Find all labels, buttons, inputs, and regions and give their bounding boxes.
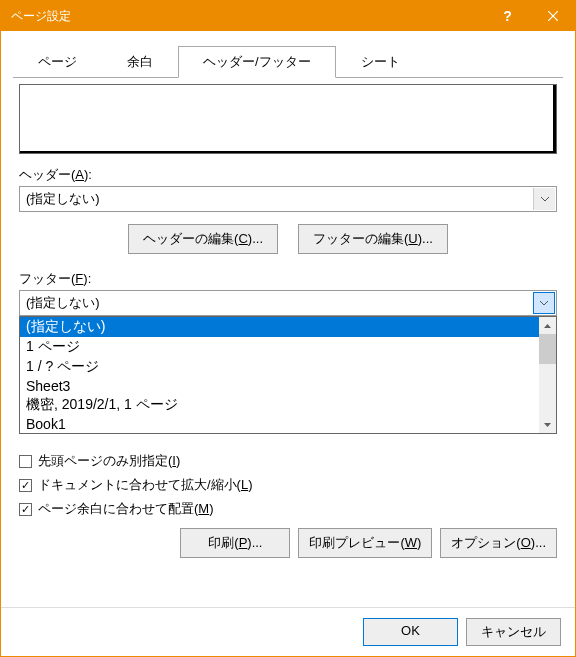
header-select[interactable]: (指定しない) [19, 186, 557, 212]
page-setup-dialog: ページ設定 ? ページ 余白 ヘッダー/フッター シート ヘッダー(A): (指… [0, 0, 576, 657]
close-button[interactable] [530, 1, 575, 31]
check-scale-with-doc[interactable]: ドキュメントに合わせて拡大/縮小(L) [19, 476, 557, 494]
scroll-down-icon[interactable] [539, 416, 556, 433]
tab-margins[interactable]: 余白 [102, 46, 178, 78]
list-item[interactable]: Book1 [20, 415, 556, 433]
list-item[interactable]: (指定しない) [20, 317, 556, 337]
list-item[interactable]: 1 / ? ページ [20, 357, 556, 377]
ok-button[interactable]: OK [363, 618, 458, 646]
cancel-button[interactable]: キャンセル [466, 618, 561, 646]
list-item[interactable]: 1 ページ [20, 337, 556, 357]
dialog-footer: OK キャンセル [1, 607, 575, 656]
footer-select-value: (指定しない) [26, 294, 100, 312]
list-item[interactable]: 機密, 2019/2/1, 1 ページ [20, 395, 556, 415]
window-title: ページ設定 [11, 8, 485, 25]
checkbox-icon [19, 503, 32, 516]
header-label: ヘッダー(A): [19, 166, 557, 184]
tab-bar: ページ 余白 ヘッダー/フッター シート [13, 45, 563, 78]
check-align-margins[interactable]: ページ余白に合わせて配置(M) [19, 500, 557, 518]
title-bar: ページ設定 ? [1, 1, 575, 31]
edit-footer-button[interactable]: フッターの編集(U)... [298, 224, 448, 254]
header-select-value: (指定しない) [26, 190, 100, 208]
edit-header-button[interactable]: ヘッダーの編集(C)... [128, 224, 278, 254]
footer-dropdown-list[interactable]: (指定しない) 1 ページ 1 / ? ページ Sheet3 機密, 2019/… [19, 316, 557, 434]
tab-sheet[interactable]: シート [336, 46, 425, 78]
scroll-up-icon[interactable] [539, 317, 556, 334]
footer-select[interactable]: (指定しない) [19, 290, 557, 316]
list-item[interactable]: Sheet3 [20, 377, 556, 395]
chevron-down-icon [533, 188, 555, 210]
footer-label: フッター(F): [19, 270, 557, 288]
tab-page[interactable]: ページ [13, 46, 102, 78]
close-icon [548, 11, 558, 21]
tab-content: ヘッダー(A): (指定しない) ヘッダーの編集(C)... フッターの編集(U… [1, 78, 575, 607]
check-first-page[interactable]: 先頭ページのみ別指定(I) [19, 452, 557, 470]
scrollbar[interactable] [539, 317, 556, 433]
checkbox-icon [19, 455, 32, 468]
print-button[interactable]: 印刷(P)... [180, 528, 290, 558]
chevron-down-icon [533, 292, 555, 314]
header-preview [19, 84, 557, 154]
scroll-thumb[interactable] [539, 334, 556, 364]
tab-header-footer[interactable]: ヘッダー/フッター [178, 46, 336, 78]
print-preview-button[interactable]: 印刷プレビュー(W) [298, 528, 432, 558]
options-button[interactable]: オプション(O)... [440, 528, 557, 558]
help-button[interactable]: ? [485, 1, 530, 31]
checkbox-icon [19, 479, 32, 492]
